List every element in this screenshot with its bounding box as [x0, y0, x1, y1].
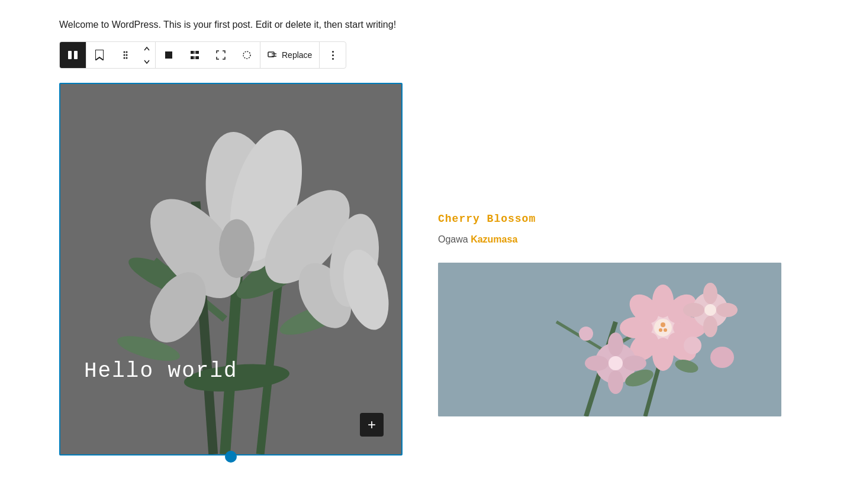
media-block: Hello world +	[59, 83, 403, 455]
flower-background-svg	[60, 84, 401, 454]
columns-button[interactable]	[60, 42, 86, 68]
grid-format-button[interactable]	[182, 42, 208, 68]
svg-point-3	[124, 51, 125, 53]
svg-point-69	[623, 356, 646, 371]
move-arrows	[139, 42, 155, 68]
svg-point-66	[608, 332, 623, 356]
dotted-circle-format-button[interactable]	[234, 42, 260, 68]
cherry-blossom-svg	[438, 263, 781, 416]
toolbar-group-1	[60, 42, 86, 68]
svg-point-73	[710, 347, 734, 368]
three-dots-icon	[332, 51, 334, 60]
page-wrapper: Welcome to WordPress. This is your first…	[0, 0, 866, 479]
svg-marker-2	[95, 50, 104, 60]
svg-rect-9	[165, 51, 172, 59]
svg-point-4	[126, 51, 128, 53]
dotted-circle-icon	[242, 50, 252, 60]
toolbar-group-4: Replace	[260, 42, 320, 68]
post-author: Ogawa Kazumasa	[438, 234, 807, 245]
move-up-button[interactable]	[139, 42, 155, 55]
svg-point-61	[703, 316, 717, 337]
expand-icon	[216, 50, 226, 60]
columns-icon	[67, 50, 78, 60]
replace-label: Replace	[282, 50, 312, 60]
svg-point-63	[716, 303, 738, 317]
square-icon	[164, 50, 173, 60]
svg-point-16	[243, 51, 250, 59]
replace-icon	[268, 50, 277, 60]
post-info: Cherry Blossom Ogawa Kazumasa	[438, 83, 807, 416]
svg-point-58	[664, 328, 667, 332]
drag-icon	[123, 50, 128, 60]
chevron-down-icon	[144, 60, 150, 64]
hello-world-text: Hello world	[84, 359, 238, 383]
scrubber-handle[interactable]	[225, 451, 237, 463]
svg-point-71	[684, 337, 701, 354]
svg-point-57	[659, 328, 662, 332]
svg-rect-13	[196, 56, 199, 59]
drag-handle-button[interactable]	[112, 42, 139, 68]
post-title: Cherry Blossom	[438, 213, 807, 225]
svg-point-62	[683, 303, 704, 317]
bookmark-icon	[95, 50, 104, 60]
svg-rect-1	[74, 51, 78, 59]
content-area: Hello world + Cherry Blossom Ogawa Kazum…	[59, 83, 807, 455]
svg-point-56	[661, 322, 665, 327]
svg-point-67	[608, 370, 623, 394]
bookmark-button[interactable]	[86, 42, 112, 68]
chevron-up-icon	[144, 47, 150, 51]
svg-point-60	[703, 283, 717, 304]
toolbar-group-5	[320, 42, 346, 68]
svg-point-37	[219, 219, 255, 278]
grid-icon	[190, 50, 199, 60]
svg-rect-14	[194, 51, 197, 54]
svg-point-7	[124, 57, 125, 59]
media-block-inner: Hello world +	[59, 83, 403, 455]
svg-point-64	[704, 304, 716, 316]
more-options-button[interactable]	[320, 42, 346, 68]
toolbar-group-2	[86, 42, 156, 68]
svg-point-6	[126, 54, 128, 56]
author-prefix: Ogawa	[438, 234, 471, 244]
welcome-text: Welcome to WordPress. This is your first…	[59, 18, 807, 32]
svg-point-70	[609, 356, 623, 370]
toolbar-group-3	[156, 42, 260, 68]
add-block-button[interactable]: +	[360, 413, 384, 437]
svg-point-5	[124, 54, 125, 56]
svg-point-72	[579, 327, 593, 341]
expand-format-button[interactable]	[208, 42, 234, 68]
svg-rect-15	[194, 56, 197, 59]
author-name: Kazumasa	[471, 234, 517, 244]
svg-rect-10	[191, 51, 194, 54]
square-format-button[interactable]	[156, 42, 182, 68]
svg-point-8	[126, 57, 128, 59]
toolbar: Replace	[59, 41, 346, 69]
svg-rect-0	[68, 51, 72, 59]
svg-rect-12	[191, 56, 194, 59]
svg-rect-11	[196, 51, 199, 54]
cherry-blossom-image	[438, 263, 781, 416]
svg-point-55	[654, 319, 672, 337]
svg-point-68	[585, 356, 609, 371]
replace-button[interactable]: Replace	[260, 42, 319, 68]
move-down-button[interactable]	[139, 55, 155, 68]
